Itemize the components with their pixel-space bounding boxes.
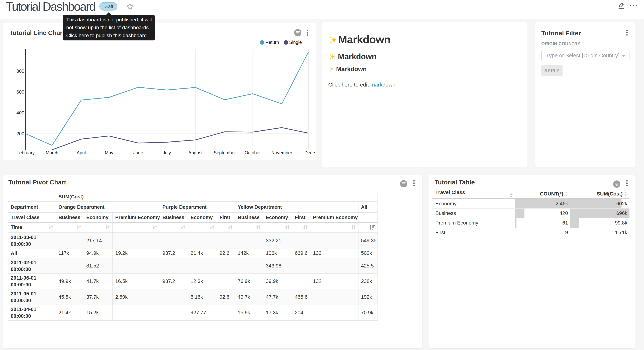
svg-text:June: June: [133, 150, 143, 155]
svg-text:August: August: [188, 150, 202, 155]
svg-text:800: 800: [16, 68, 24, 74]
svg-text:200: 200: [16, 131, 24, 136]
svg-text:September: September: [214, 150, 236, 155]
svg-text:April: April: [77, 150, 86, 155]
svg-text:Dece: Dece: [304, 150, 315, 155]
svg-text:October: October: [245, 150, 261, 155]
svg-text:400: 400: [16, 110, 24, 116]
svg-text:February: February: [16, 150, 35, 155]
svg-text:July: July: [163, 150, 171, 155]
svg-text:March: March: [46, 150, 58, 155]
svg-text:May: May: [105, 150, 114, 155]
svg-text:600: 600: [16, 89, 24, 95]
svg-text:November: November: [272, 150, 292, 155]
